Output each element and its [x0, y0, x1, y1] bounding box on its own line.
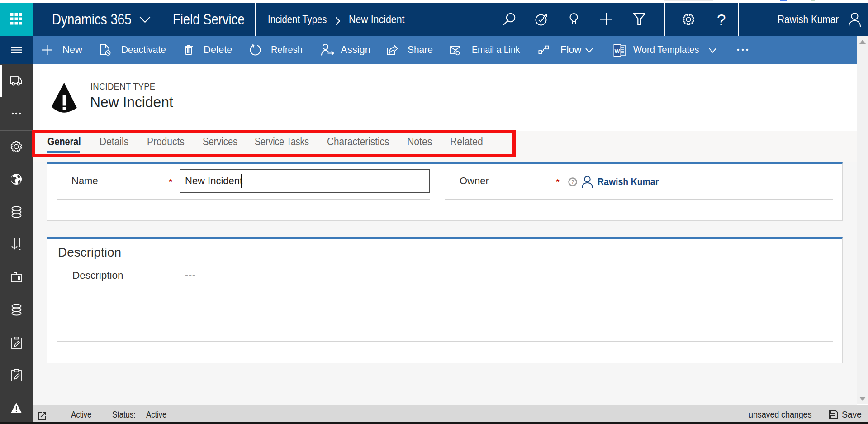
svg-text:W: W: [614, 48, 620, 54]
svg-text:?: ?: [571, 179, 574, 185]
